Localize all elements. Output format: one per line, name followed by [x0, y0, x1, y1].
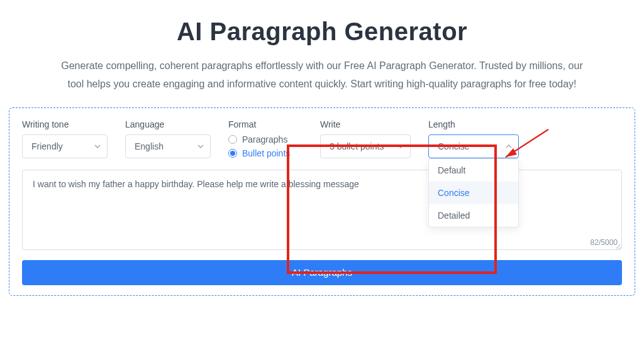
prompt-textarea-wrap: I want to wish my father a happy birthda…	[22, 170, 622, 250]
generate-button[interactable]: AI Paragraphs	[22, 260, 622, 285]
format-group: Format Paragraphs Bullet points	[228, 119, 303, 158]
format-bullets-label: Bullet points	[242, 148, 290, 158]
controls-row: Writing tone Friendly Language English F…	[22, 119, 622, 158]
prompt-textarea[interactable]: I want to wish my father a happy birthda…	[23, 170, 621, 249]
language-group: Language English	[125, 119, 211, 158]
length-dropdown: Default Concise Detailed	[428, 158, 519, 227]
chevron-down-icon	[94, 143, 101, 150]
chevron-up-icon	[506, 143, 512, 150]
length-value: Concise	[438, 141, 470, 151]
length-group: Length Concise Default Concise Detailed	[428, 119, 519, 158]
length-option-concise[interactable]: Concise	[429, 182, 518, 204]
generator-form: Writing tone Friendly Language English F…	[9, 107, 635, 296]
length-label: Length	[428, 119, 519, 129]
length-select[interactable]: Concise	[428, 134, 519, 158]
length-option-default[interactable]: Default	[429, 159, 518, 182]
format-label: Format	[228, 119, 303, 129]
write-group: Write 3 bullet points	[320, 119, 411, 158]
page-title: AI Paragraph Generator	[0, 18, 644, 46]
write-label: Write	[320, 119, 411, 129]
format-radio-bullets[interactable]: Bullet points	[228, 148, 303, 158]
tone-label: Writing tone	[22, 119, 108, 129]
tone-group: Writing tone Friendly	[22, 119, 108, 158]
chevron-down-icon	[197, 143, 204, 150]
language-label: Language	[125, 119, 211, 129]
language-select[interactable]: English	[125, 134, 211, 158]
write-value: 3 bullet points	[330, 141, 384, 151]
resize-handle-icon[interactable]	[613, 241, 621, 249]
page-subtitle: Generate compelling, coherent paragraphs…	[55, 57, 589, 94]
format-radio-paragraphs[interactable]: Paragraphs	[228, 134, 303, 144]
chevron-down-icon	[397, 143, 404, 150]
radio-icon	[228, 149, 237, 158]
tone-select[interactable]: Friendly	[22, 134, 108, 158]
language-value: English	[135, 141, 164, 151]
write-select[interactable]: 3 bullet points	[320, 134, 411, 158]
length-option-detailed[interactable]: Detailed	[429, 204, 518, 227]
radio-icon	[228, 135, 237, 144]
format-paragraphs-label: Paragraphs	[242, 134, 287, 144]
format-options: Paragraphs Bullet points	[228, 134, 303, 158]
tone-value: Friendly	[31, 141, 63, 151]
